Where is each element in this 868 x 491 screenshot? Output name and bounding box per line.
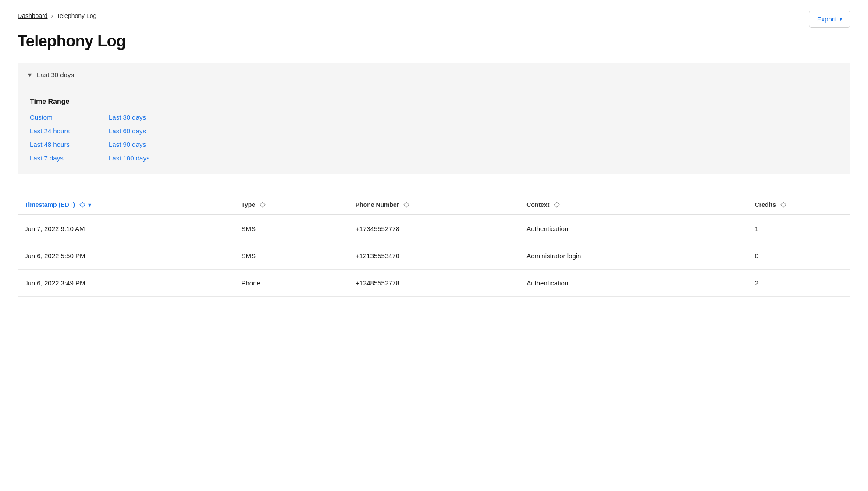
breadcrumb-separator: › <box>51 12 53 19</box>
filter-section: ▾ Last 30 days Time Range Custom Last 30… <box>18 63 850 174</box>
cell-type: SMS <box>235 215 349 242</box>
cell-credits: 2 <box>748 270 850 297</box>
sort-direction-icon: ▾ <box>88 202 91 208</box>
cell-context: Authentication <box>519 270 748 297</box>
cell-credits: 0 <box>748 242 850 270</box>
page-title: Telephony Log <box>18 32 850 50</box>
time-range-last-60-days[interactable]: Last 60 days <box>109 127 188 135</box>
time-range-title: Time Range <box>30 98 838 106</box>
cell-context: Authentication <box>519 215 748 242</box>
time-range-last-7-days[interactable]: Last 7 days <box>30 154 109 162</box>
collapse-icon: ▾ <box>28 71 32 79</box>
export-button-label: Export <box>817 15 836 23</box>
sort-icon-credits <box>780 202 786 208</box>
cell-timestamp: Jun 7, 2022 9:10 AM <box>18 215 235 242</box>
time-range-panel: Time Range Custom Last 30 days Last 24 h… <box>18 87 850 174</box>
breadcrumb-dashboard-link[interactable]: Dashboard <box>18 12 48 19</box>
filter-header-label: Last 30 days <box>37 71 74 78</box>
table-row: Jun 6, 2022 5:50 PMSMS+12135553470Admini… <box>18 242 850 270</box>
context-col-label: Context <box>526 201 549 208</box>
time-range-last-90-days[interactable]: Last 90 days <box>109 141 188 148</box>
sort-icon-type <box>260 202 266 208</box>
credits-col-label: Credits <box>755 201 776 208</box>
sort-icon-phone <box>403 202 409 208</box>
chevron-down-icon: ▾ <box>840 16 842 22</box>
telephony-log-table: Timestamp (EDT) ▾ Type <box>18 195 850 297</box>
cell-timestamp: Jun 6, 2022 5:50 PM <box>18 242 235 270</box>
cell-timestamp: Jun 6, 2022 3:49 PM <box>18 270 235 297</box>
export-button[interactable]: Export ▾ <box>809 11 850 28</box>
cell-type: Phone <box>235 270 349 297</box>
sort-icon-context <box>554 202 560 208</box>
col-header-phone-number[interactable]: Phone Number <box>349 195 519 215</box>
type-col-label: Type <box>242 201 256 208</box>
time-range-last-48-hours[interactable]: Last 48 hours <box>30 141 109 148</box>
table-row: Jun 6, 2022 3:49 PMPhone+12485552778Auth… <box>18 270 850 297</box>
col-header-context[interactable]: Context <box>519 195 748 215</box>
time-range-last-24-hours[interactable]: Last 24 hours <box>30 127 109 135</box>
cell-type: SMS <box>235 242 349 270</box>
col-header-timestamp[interactable]: Timestamp (EDT) ▾ <box>18 195 235 215</box>
time-range-custom[interactable]: Custom <box>30 114 109 121</box>
time-range-last-30-days[interactable]: Last 30 days <box>109 114 188 121</box>
cell-phone-number: +12135553470 <box>349 242 519 270</box>
col-header-credits[interactable]: Credits <box>748 195 850 215</box>
breadcrumb: Dashboard › Telephony Log <box>18 12 96 19</box>
sort-icon-timestamp <box>79 202 85 208</box>
timestamp-col-label: Timestamp (EDT) <box>25 201 75 208</box>
time-range-last-180-days[interactable]: Last 180 days <box>109 154 188 162</box>
cell-context: Administrator login <box>519 242 748 270</box>
filter-header[interactable]: ▾ Last 30 days <box>18 63 850 87</box>
cell-phone-number: +17345552778 <box>349 215 519 242</box>
table-row: Jun 7, 2022 9:10 AMSMS+17345552778Authen… <box>18 215 850 242</box>
phone-col-label: Phone Number <box>356 201 399 208</box>
breadcrumb-current: Telephony Log <box>57 12 96 19</box>
col-header-type[interactable]: Type <box>235 195 349 215</box>
cell-credits: 1 <box>748 215 850 242</box>
cell-phone-number: +12485552778 <box>349 270 519 297</box>
time-range-grid: Custom Last 30 days Last 24 hours Last 6… <box>30 114 838 162</box>
